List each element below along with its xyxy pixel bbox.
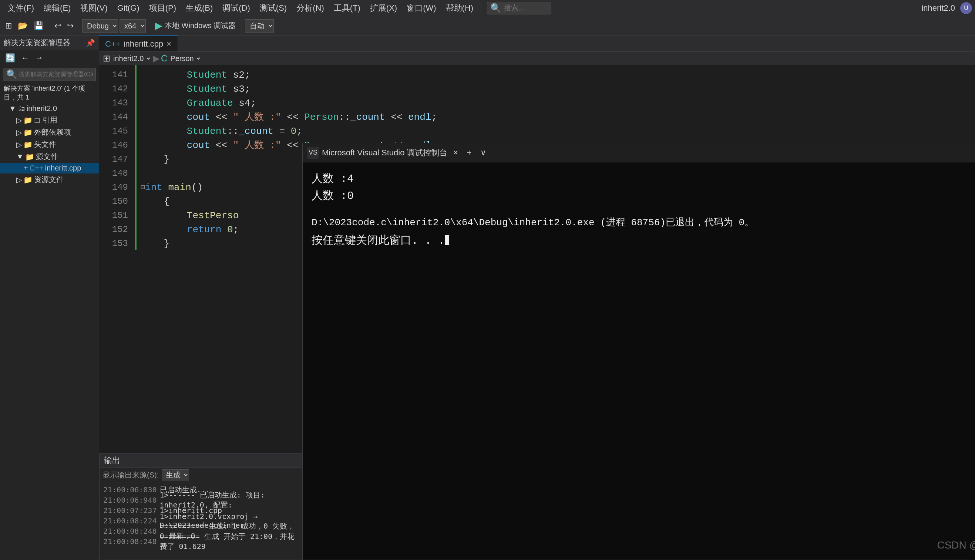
breadcrumb-class-select[interactable]: Person (167, 53, 201, 63)
console-header: VS Microsoft Visual Studio 调试控制台 ✕ + ∨ (303, 143, 975, 162)
run-button[interactable]: ▶ 本地 Windows 调试器 (152, 18, 239, 33)
folder-icon-src: 📁 (25, 152, 34, 161)
output-time-6: 21:00:08:248 (103, 537, 157, 546)
menu-window[interactable]: 窗口(W) (402, 1, 440, 15)
console-spacer (312, 204, 975, 211)
toolbar: ⊞ 📂 💾 ↩ ↪ Debug x64 ▶ 本地 Windows 调试器 自动 (0, 16, 975, 35)
save-all-btn[interactable]: 💾 (32, 20, 46, 32)
tab-close-btn[interactable]: ✕ (166, 40, 172, 48)
menu-analyze[interactable]: 分析(N) (292, 1, 329, 15)
menu-tools[interactable]: 工具(T) (329, 1, 365, 15)
output-time-3: 21:00:07:237 (103, 506, 157, 515)
debug-config-select[interactable]: Debug (82, 19, 118, 33)
menu-view[interactable]: 视图(V) (76, 1, 112, 15)
expand-icon-res: ▷ (16, 175, 22, 184)
ln-144: 144 (111, 110, 128, 124)
sidebar-item-project[interactable]: ▼ 🗂 inherit2.0 (0, 103, 99, 114)
menu-project[interactable]: 项目(P) (145, 1, 180, 15)
search-box: 🔍 (487, 2, 551, 15)
menu-test[interactable]: 测试(S) (255, 1, 291, 15)
arch-select[interactable]: x64 (120, 19, 146, 33)
sidebar: 解决方案资源管理器 📌 🔄 ← → 🔍 解决方案 'inherit2.0' (1… (0, 35, 99, 560)
sidebar-search-input[interactable] (19, 71, 93, 78)
breadcrumb-bar: ⊞ inherit2.0 ▶ C Person (99, 52, 975, 65)
search-input[interactable] (504, 4, 548, 12)
expand-icon-ext: ▷ (16, 128, 22, 137)
console-close-btn[interactable]: ✕ (450, 148, 461, 158)
ln-146: 146 (111, 138, 128, 152)
sep1 (49, 20, 49, 32)
tab-label: inheritt.cpp (124, 39, 164, 49)
ln-148: 148 (111, 167, 128, 180)
sidebar-toolbar: 🔄 ← → (0, 50, 99, 66)
menu-debug[interactable]: 调试(D) (218, 1, 255, 15)
output-source-label: 显示输出来源(S): (102, 470, 159, 480)
console-output-1: 人数 :4 (312, 170, 975, 187)
ln-141: 141 (111, 68, 128, 82)
ln-143: 143 (111, 96, 128, 110)
sidebar-item-cpp-file[interactable]: + C++ inheritt.cpp (0, 163, 99, 173)
undo-btn[interactable]: ↩ (52, 20, 63, 32)
output-line-6: 21:00:08:248 ========= 生成 开始于 21:00，并花费了… (103, 536, 298, 547)
output-time-5: 21:00:08:248 (103, 527, 157, 536)
tab-inheritt[interactable]: C++ inheritt.cpp ✕ (99, 35, 178, 52)
auto-select[interactable]: 自动 (245, 19, 274, 33)
menu-build[interactable]: 生成(B) (181, 1, 217, 15)
expand-icon-ref: ▷ (16, 116, 22, 125)
sidebar-item-sources[interactable]: ▼ 📁 源文件 (0, 150, 99, 163)
redo-btn[interactable]: ↪ (65, 20, 76, 32)
output-toolbar: 显示输出来源(S): 生成 (100, 468, 302, 482)
window-title: inherit2.0 (922, 3, 955, 13)
cpp-file-icon: C++ (30, 164, 43, 172)
folder-icon-ext: 📁 (23, 128, 33, 137)
sidebar-title: 解决方案资源管理器 (4, 38, 70, 48)
output-time-2: 21:00:06:940 (103, 496, 157, 505)
breadcrumb-class-icon: C (161, 53, 167, 63)
folder-icon-res: 📁 (23, 175, 33, 184)
sidebar-header: 解决方案资源管理器 📌 (0, 35, 99, 50)
open-btn[interactable]: 📂 (15, 20, 30, 32)
code-line-143: Graduate s4; (138, 96, 975, 110)
sidebar-item-headers[interactable]: ▷ 📁 头文件 (0, 138, 99, 150)
breadcrumb-project-icon: ⊞ (103, 53, 110, 63)
output-source-select[interactable]: 生成 (162, 469, 189, 480)
sidebar-item-external[interactable]: ▷ 📁 外部依赖项 (0, 126, 99, 138)
new-btn[interactable]: ⊞ (3, 20, 14, 32)
breadcrumb-project-select[interactable]: inherit2.0 (110, 53, 151, 63)
sep4 (242, 20, 242, 32)
ref-label: ◻ 引用 (34, 115, 57, 125)
sidebar-item-resources[interactable]: ▷ 📁 资源文件 (0, 173, 99, 186)
search-icon: 🔍 (490, 3, 501, 13)
file-expand-icon: + (24, 164, 28, 172)
cpp-file-label: inheritt.cpp (45, 164, 82, 172)
run-label: 本地 Windows 调试器 (165, 21, 236, 31)
sidebar-sync-btn[interactable]: 🔄 (3, 52, 17, 64)
avatar: U (960, 2, 972, 14)
output-content: 21:00:06:830 已启动生成... 21:00:06:940 1>---… (100, 482, 302, 560)
output-header: 输出 (100, 453, 302, 468)
menu-file[interactable]: 文件(F) (3, 1, 38, 15)
menu-help[interactable]: 帮助(H) (441, 1, 478, 15)
folder-icon-ref: 📁 (23, 116, 33, 125)
console-output-2: 人数 :0 (312, 187, 975, 204)
console-title: Microsoft Visual Studio 调试控制台 (322, 147, 447, 158)
console-text-1: 人数 :4 (312, 171, 354, 186)
console-add-btn[interactable]: + (464, 147, 474, 158)
code-line-141: Student s2; (138, 68, 975, 82)
project-icon: 🗂 (18, 104, 25, 113)
console-chevron-btn[interactable]: ∨ (477, 147, 489, 158)
folder-icon-hdr: 📁 (23, 140, 33, 149)
menu-git[interactable]: Git(G) (113, 2, 144, 15)
solution-label: 解决方案 'inherit2.0' (1 个项目，共 1 (0, 82, 99, 103)
menu-edit[interactable]: 编辑(E) (39, 1, 75, 15)
menu-extensions[interactable]: 扩展(X) (366, 1, 401, 15)
ext-label: 外部依赖项 (34, 127, 71, 137)
sidebar-back-btn[interactable]: ← (19, 52, 32, 64)
console-content: 人数 :4 人数 :0 D:\2023code.c\inherit2.0\x64… (303, 162, 975, 560)
sidebar-forward-btn[interactable]: → (33, 52, 45, 64)
src-label: 源文件 (36, 152, 58, 162)
sidebar-pin-icon[interactable]: 📌 (86, 38, 95, 47)
breadcrumb-separator: ▶ (153, 53, 159, 63)
sidebar-item-references[interactable]: ▷ 📁 ◻ 引用 (0, 114, 99, 126)
res-label: 资源文件 (34, 175, 63, 185)
